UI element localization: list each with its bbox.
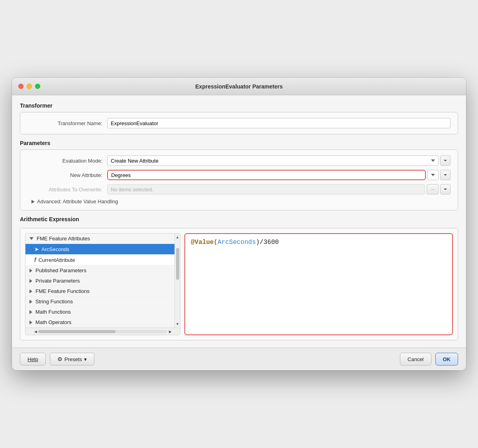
presets-label: Presets: [65, 356, 82, 362]
close-button[interactable]: [18, 84, 24, 89]
tree-label-arcseconds: ArcSeconds: [41, 246, 69, 252]
maximize-button[interactable]: [35, 84, 40, 89]
tree-item-string-funcs[interactable]: String Functions: [25, 297, 174, 307]
arithmetic-inner: FME Feature Attributes ➤ ArcSeconds f Cu…: [20, 228, 458, 340]
presets-dropdown-icon: ▾: [84, 356, 87, 362]
tree-item-arcseconds[interactable]: ➤ ArcSeconds: [25, 244, 174, 255]
scroll-thumb-h[interactable]: [38, 330, 116, 333]
expand-icon-published: [29, 269, 32, 273]
minimize-button[interactable]: [27, 84, 32, 89]
vertical-scrollbar[interactable]: ▲ ▼: [174, 234, 180, 328]
advanced-expand-icon[interactable]: [31, 200, 35, 204]
chevron-down-icon: [444, 159, 447, 162]
expression-panel[interactable]: @Value(ArcSeconds)/3600: [184, 233, 453, 335]
attrs-overwrite-extra-btn[interactable]: [440, 184, 451, 195]
expr-arg: ArcSeconds: [217, 239, 256, 246]
eval-mode-select-wrapper: Create New Attribute Set Attribute Value…: [107, 155, 451, 166]
scroll-left-arrow[interactable]: ◀: [33, 329, 38, 334]
tree-label-string-funcs: String Functions: [35, 299, 73, 305]
expand-icon-fme: [29, 237, 33, 240]
transformer-name-row: Transformer Name:: [27, 118, 451, 128]
scroll-right-arrow[interactable]: ▶: [167, 329, 173, 334]
tree-label-math-ops: Math Operators: [35, 319, 71, 325]
new-attr-extra-btn[interactable]: [440, 170, 451, 180]
presets-button[interactable]: ⚙ Presets ▾: [50, 353, 94, 365]
tree-item-published-params[interactable]: Published Parameters: [25, 265, 174, 276]
gear-icon: ⚙: [57, 356, 63, 362]
cancel-label: Cancel: [407, 356, 423, 362]
new-attr-dropdown[interactable]: [427, 170, 439, 180]
help-label: Help: [27, 356, 38, 362]
h-scroll-track: [38, 330, 167, 333]
chevron-down-icon-3: [444, 188, 447, 191]
expr-suffix: )/3600: [256, 239, 279, 246]
tree-scroll-area[interactable]: FME Feature Attributes ➤ ArcSeconds f Cu…: [25, 234, 174, 328]
tree-label-fme-feature-funcs: FME Feature Functions: [35, 288, 90, 294]
ok-button[interactable]: OK: [435, 353, 458, 365]
arithmetic-section: Arithmetic Expression FME Feature Attrib…: [20, 216, 458, 340]
tree-item-private-params[interactable]: Private Parameters: [25, 276, 174, 286]
cancel-button[interactable]: Cancel: [400, 353, 431, 365]
advanced-label: Advanced: Attribute Value Handling: [37, 198, 118, 204]
content-area: Transformer Transformer Name: Parameters…: [12, 95, 466, 348]
attrs-overwrite-label: Attributes To Overwrite:: [27, 187, 107, 193]
transformer-section: Transformer Transformer Name:: [20, 102, 458, 134]
parameters-section: Parameters Evaluation Mode: Create New A…: [20, 140, 458, 210]
horizontal-scrollbar[interactable]: ◀ ▶: [25, 328, 180, 335]
titlebar: ExpressionEvaluator Parameters: [12, 78, 466, 95]
tree-label-fme-feature-attrs: FME Feature Attributes: [37, 236, 90, 242]
new-attr-wrapper: [107, 170, 451, 180]
chevron-down-icon-2: [444, 173, 447, 177]
eval-mode-row: Evaluation Mode: Create New Attribute Se…: [27, 155, 451, 166]
transformer-name-input[interactable]: [107, 118, 451, 128]
ok-label: OK: [443, 356, 451, 362]
tree-label-math-funcs: Math Functions: [35, 309, 71, 315]
attrs-overwrite-browse-btn[interactable]: ···: [427, 184, 439, 195]
arithmetic-label: Arithmetic Expression: [20, 216, 458, 222]
scroll-up-arrow[interactable]: ▲: [175, 234, 180, 240]
tree-label-currentattribute: CurrentAttribute: [39, 257, 75, 263]
main-window: ExpressionEvaluator Parameters Transform…: [12, 78, 466, 370]
tree-item-math-ops[interactable]: Math Operators: [25, 317, 174, 328]
eval-mode-select[interactable]: Create New Attribute Set Attribute Value…: [107, 155, 439, 166]
new-attr-row: New Attribute:: [27, 170, 451, 180]
parameters-box: Evaluation Mode: Create New Attribute Se…: [20, 149, 458, 210]
traffic-lights: [18, 84, 40, 89]
new-attr-label: New Attribute:: [27, 172, 107, 178]
new-attr-input[interactable]: [107, 170, 426, 180]
transformer-name-label: Transformer Name:: [27, 120, 107, 126]
ellipsis-icon: ···: [431, 187, 434, 192]
window-title: ExpressionEvaluator Parameters: [195, 83, 282, 90]
eval-mode-extra-btn[interactable]: [440, 155, 451, 166]
tree-panel: FME Feature Attributes ➤ ArcSeconds f Cu…: [25, 233, 180, 335]
scroll-down-arrow[interactable]: ▼: [175, 321, 180, 327]
tree-item-math-funcs[interactable]: Math Functions: [25, 307, 174, 317]
eval-mode-label: Evaluation Mode:: [27, 158, 107, 164]
tree-item-fme-feature-funcs[interactable]: FME Feature Functions: [25, 286, 174, 297]
attrs-overwrite-display: No items selected.: [107, 184, 425, 195]
help-button[interactable]: Help: [20, 353, 46, 365]
tree-item-currentattribute[interactable]: f CurrentAttribute: [25, 255, 174, 265]
tree-with-scroll: FME Feature Attributes ➤ ArcSeconds f Cu…: [25, 234, 180, 328]
expand-icon-private: [29, 279, 32, 283]
tree-label-published-params: Published Parameters: [35, 267, 86, 273]
arrow-icon-arcseconds: ➤: [34, 246, 39, 252]
transformer-section-label: Transformer: [20, 102, 458, 109]
advanced-row: Advanced: Attribute Value Handling: [27, 198, 451, 204]
tree-item-fme-feature-attrs[interactable]: FME Feature Attributes: [25, 234, 174, 244]
expand-icon-math: [29, 310, 32, 314]
transformer-box: Transformer Name:: [20, 112, 458, 134]
parameters-section-label: Parameters: [20, 140, 458, 146]
scroll-thumb-v[interactable]: [176, 248, 179, 280]
func-icon-currentattr: f: [34, 257, 36, 263]
expand-icon-math-ops: [29, 320, 32, 324]
footer: Help ⚙ Presets ▾ Cancel OK: [12, 348, 466, 370]
expand-icon-string: [29, 300, 32, 304]
attrs-overwrite-row: Attributes To Overwrite: No items select…: [27, 184, 451, 195]
expand-icon-fme-funcs: [29, 289, 32, 293]
tree-label-private-params: Private Parameters: [35, 278, 80, 284]
expr-at-value: @Value(: [191, 239, 217, 246]
